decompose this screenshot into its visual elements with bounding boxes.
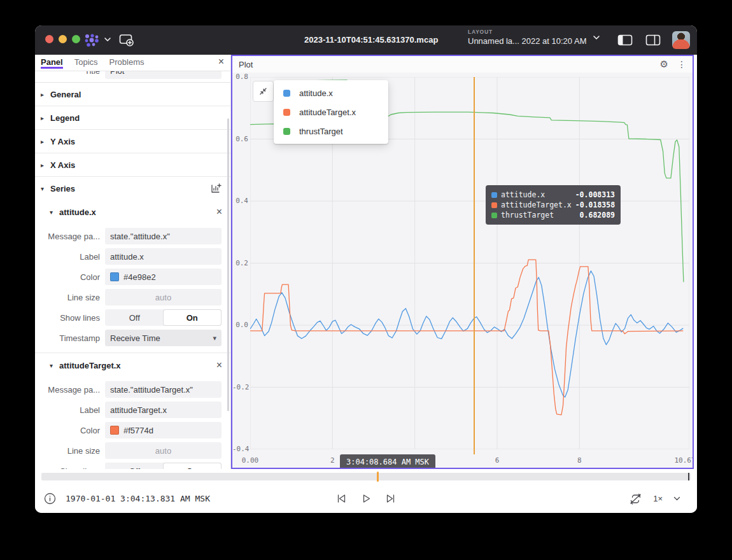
caret-right-icon: ▸ [41, 91, 46, 98]
gear-icon[interactable]: ⚙ [660, 59, 668, 70]
show-lines-toggle: Off On [105, 309, 222, 326]
series-color-swatch [283, 90, 290, 97]
series-color-swatch [491, 213, 497, 218]
app-window: 2023-11-10T04:51:45.631370.mcap LAYOUT U… [35, 25, 697, 513]
file-title: 2023-11-10T04:51:45.631370.mcap [304, 35, 438, 45]
section-general[interactable]: ▸ General [35, 83, 230, 106]
title-field-row-clipped: Title Plot [35, 71, 230, 83]
tooltip-row: attitudeTarget.x -0.018358 [491, 200, 615, 210]
foxglove-logo-icon[interactable] [83, 32, 100, 48]
caret-down-icon: ▾ [50, 362, 55, 369]
caret-down-icon: ▾ [50, 209, 55, 216]
settings-sidebar: Panel Topics Problems × Title Plot ▸ Gen… [35, 55, 231, 469]
section-series[interactable]: ▾ Series [35, 177, 230, 200]
color-label: Color [35, 272, 105, 282]
color-input[interactable]: #f5774d [105, 422, 222, 438]
line-size-input[interactable]: auto [105, 442, 222, 459]
color-swatch[interactable] [110, 272, 119, 281]
message-path-input[interactable]: state."attitude.x" [105, 228, 222, 244]
plot-panel[interactable]: Plot ⚙ ⋮ 0.80.60.40.20.0-0.2-0.4 0.00246… [231, 55, 694, 469]
color-label: Color [35, 426, 105, 435]
label-label: Label [35, 252, 105, 262]
series-attitude-x-header[interactable]: ▾ attitude.x × [35, 200, 230, 224]
section-y-axis[interactable]: ▸ Y Axis [35, 130, 230, 153]
layout-label: LAYOUT [468, 29, 586, 35]
zoom-window-button[interactable] [72, 35, 80, 43]
seek-backward-button[interactable] [335, 493, 348, 505]
play-button[interactable] [360, 493, 372, 505]
playback-scrubber[interactable] [41, 473, 691, 480]
layout-selector[interactable]: LAYOUT Unnamed la... 2022 at 10:20 AM [468, 29, 600, 46]
seek-forward-button[interactable] [385, 493, 397, 505]
caret-right-icon: ▸ [41, 138, 46, 145]
legend-item[interactable]: thrustTarget [274, 122, 388, 141]
user-avatar[interactable] [672, 31, 690, 49]
remove-series-icon[interactable]: × [216, 206, 222, 218]
scrubber-end-marker [688, 473, 689, 480]
color-input[interactable]: #4e98e2 [105, 269, 222, 285]
tab-panel[interactable]: Panel [41, 57, 63, 69]
message-path-label: Message pa... [35, 385, 105, 395]
sidebar-scrollbar[interactable] [227, 118, 229, 411]
add-panel-icon[interactable] [119, 33, 134, 47]
tooltip-row: attitude.x -0.008313 [491, 190, 615, 200]
line-size-input[interactable]: auto [105, 289, 222, 305]
kebab-menu-icon[interactable]: ⋮ [677, 59, 686, 69]
message-path-label: Message pa... [35, 232, 105, 241]
timestamp-select[interactable]: Receive Time ▾ [105, 330, 222, 346]
add-series-icon[interactable] [211, 183, 222, 194]
playback-scrubber-row [35, 469, 697, 484]
show-lines-on-option[interactable]: On [164, 310, 222, 325]
message-path-input[interactable]: state."attitudeTarget.x" [105, 381, 222, 398]
scrubber-playhead[interactable] [377, 472, 379, 482]
playback-speed[interactable]: 1× [653, 494, 663, 503]
layout-name: Unnamed la... 2022 at 10:20 AM [468, 36, 586, 46]
label-input[interactable]: attitude.x [105, 248, 222, 265]
line-size-label: Line size [35, 446, 105, 456]
plot-panel-title: Plot [239, 60, 253, 69]
current-timestamp: 1970-01-01 3:04:13.831 AM MSK [66, 494, 210, 503]
remove-series-icon[interactable]: × [216, 360, 222, 371]
playback-controls-bar: 1970-01-01 3:04:13.831 AM MSK 1× [35, 484, 697, 513]
speed-chevron-icon[interactable] [673, 496, 680, 501]
show-lines-label: Show lines [35, 313, 105, 323]
panel-title-input[interactable]: Plot [105, 71, 222, 79]
color-swatch[interactable] [110, 426, 119, 435]
title-field-label: Title [35, 71, 105, 76]
section-x-axis[interactable]: ▸ X Axis [35, 153, 230, 177]
scrubber-time-tooltip: 3:04:08.684 AM MSK [340, 454, 435, 468]
info-icon[interactable] [44, 493, 56, 505]
section-legend[interactable]: ▸ Legend [35, 106, 230, 130]
right-sidebar-toggle-icon[interactable] [645, 34, 661, 46]
legend-item[interactable]: attitudeTarget.x [274, 102, 388, 122]
tab-problems[interactable]: Problems [109, 57, 144, 68]
close-sidebar-icon[interactable]: × [218, 56, 224, 67]
show-lines-off-option[interactable]: Off [106, 310, 164, 325]
caret-down-icon: ▾ [41, 185, 46, 192]
caret-right-icon: ▸ [41, 162, 46, 169]
app-menu-chevron-icon[interactable] [104, 37, 111, 42]
minimize-window-button[interactable] [59, 35, 67, 43]
series-color-swatch [283, 128, 290, 135]
playback-cursor-line [474, 77, 475, 454]
loop-off-icon[interactable] [629, 493, 642, 505]
series-color-swatch [283, 109, 290, 116]
label-input[interactable]: attitudeTarget.x [105, 402, 222, 418]
tooltip-row: thrustTarget 0.682089 [491, 210, 615, 220]
series-attitude-target-x-header[interactable]: ▾ attitudeTarget.x × [35, 353, 230, 377]
plot-panel-header[interactable]: Plot ⚙ ⋮ [232, 56, 693, 73]
series-color-swatch [491, 192, 497, 198]
sidebar-tabs: Panel Topics Problems × [35, 55, 230, 71]
caret-down-icon: ▾ [213, 334, 216, 342]
titlebar: 2023-11-10T04:51:45.631370.mcap LAYOUT U… [35, 25, 697, 55]
collapse-legend-button[interactable] [253, 81, 274, 102]
series-color-swatch [491, 202, 497, 208]
legend-item[interactable]: attitude.x [274, 83, 388, 102]
tab-topics[interactable]: Topics [74, 57, 98, 68]
chart-area[interactable]: 0.80.60.40.20.0-0.2-0.4 0.00246810.67 at… [232, 73, 693, 468]
label-label: Label [35, 405, 105, 415]
caret-right-icon: ▸ [41, 115, 46, 122]
timestamp-label: Timestamp [35, 333, 105, 343]
close-window-button[interactable] [45, 35, 53, 43]
left-sidebar-toggle-icon[interactable] [617, 34, 633, 46]
